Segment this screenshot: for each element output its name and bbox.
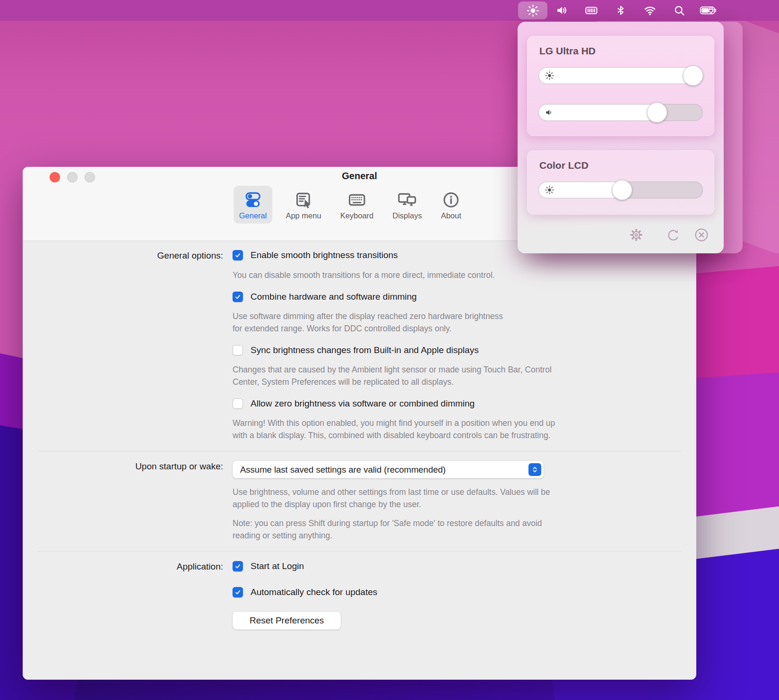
tab-label: Keyboard — [340, 211, 374, 220]
display-name: LG Ultra HD — [539, 45, 703, 57]
checkbox-label: Automatically check for updates — [251, 587, 377, 597]
tab-label: About — [441, 211, 461, 220]
slider-knob[interactable] — [647, 103, 667, 122]
wifi-menu-icon[interactable] — [635, 1, 665, 19]
volume-slider[interactable] — [538, 104, 703, 121]
brightness-slider[interactable] — [538, 67, 703, 84]
tab-label: Displays — [392, 211, 422, 220]
menu-bar — [0, 0, 779, 21]
checkbox-label: Start at Login — [251, 561, 304, 571]
section-label: Application: — [28, 561, 223, 572]
settings-content: General options: Enable smooth brightnes… — [23, 241, 696, 680]
checkbox-row: Combine hardware and software dimming — [233, 292, 691, 302]
displays-icon — [396, 190, 418, 210]
option-description: Use brightness, volume and other setting… — [233, 486, 691, 510]
tab-app-menu[interactable]: App menu — [280, 186, 327, 224]
dropdown-value: Assume last saved settings are valid (re… — [240, 465, 446, 475]
checkbox[interactable] — [233, 561, 243, 571]
speaker-icon — [556, 4, 568, 17]
tab-general[interactable]: General — [234, 186, 273, 224]
toolbar-tabs: General App m — [234, 186, 467, 224]
option-description: You can disable smooth transitions for a… — [233, 269, 691, 281]
app-menu-icon — [294, 190, 313, 210]
tab-label: App menu — [286, 211, 321, 220]
popover-actions — [518, 227, 724, 243]
battery-menu-icon[interactable] — [694, 1, 723, 19]
keyboard-icon — [346, 190, 367, 210]
sun-icon — [527, 4, 539, 17]
bluetooth-icon — [615, 4, 626, 17]
display-name: Color LCD — [539, 160, 703, 171]
brightness-popover: LG Ultra HD — [518, 22, 724, 253]
section-divider — [38, 551, 681, 552]
tab-keyboard[interactable]: Keyboard — [335, 186, 380, 224]
desktop: LG Ultra HD — [0, 0, 779, 700]
sun-icon — [545, 71, 554, 81]
checkbox-label: Combine hardware and software dimming — [251, 292, 417, 302]
checkbox-row: Automatically check for updates — [233, 587, 691, 597]
tab-label: General — [239, 211, 267, 220]
checkbox[interactable] — [233, 292, 243, 302]
reset-preferences-button[interactable]: Reset Preferences — [233, 612, 341, 630]
tab-about[interactable]: About — [435, 186, 467, 224]
checkbox-row: Sync brightness changes from Built-in an… — [233, 345, 691, 355]
option-description: Changes that are caused by the Ambient l… — [233, 363, 691, 388]
info-icon — [441, 190, 460, 210]
section-label: General options: — [28, 250, 223, 261]
close-icon[interactable] — [693, 227, 710, 243]
slider-fill — [538, 67, 703, 84]
startup-behavior-dropdown[interactable]: Assume last saved settings are valid (re… — [233, 461, 544, 478]
option-description: Warning! With this option enabled, you m… — [233, 417, 691, 441]
menu-bar-status-icons — [518, 0, 723, 21]
tab-displays[interactable]: Displays — [387, 186, 427, 224]
keyboard-brightness-icon — [585, 4, 598, 17]
option-note: Note: you can press Shift during startup… — [233, 517, 691, 542]
battery-charging-icon — [700, 4, 718, 17]
checkbox-label: Allow zero brightness via software or co… — [251, 398, 475, 409]
keyboard-brightness-menu-icon[interactable] — [577, 1, 606, 19]
sun-icon — [545, 185, 554, 195]
checkbox[interactable] — [233, 345, 243, 355]
search-icon — [674, 5, 685, 17]
bluetooth-menu-icon[interactable] — [606, 1, 635, 19]
chevron-up-down-icon — [528, 463, 541, 476]
slider-knob[interactable] — [612, 180, 632, 200]
brightness-menu-icon[interactable] — [518, 1, 547, 19]
checkbox-row: Start at Login — [233, 561, 691, 571]
checkbox[interactable] — [233, 250, 243, 260]
checkbox-label: Enable smooth brightness transitions — [251, 250, 398, 260]
display-card: Color LCD — [527, 150, 714, 215]
speaker-icon — [545, 108, 554, 117]
checkbox[interactable] — [233, 587, 243, 597]
settings-gear-icon[interactable] — [628, 227, 644, 243]
wifi-icon — [643, 4, 657, 17]
checkbox-label: Sync brightness changes from Built-in an… — [251, 345, 479, 355]
section-divider — [38, 451, 681, 451]
brightness-slider[interactable] — [538, 181, 703, 199]
refresh-icon[interactable] — [665, 227, 681, 243]
option-description: Use software dimming after the display r… — [233, 310, 691, 335]
volume-menu-icon[interactable] — [547, 1, 577, 19]
slider-knob[interactable] — [683, 66, 703, 86]
checkbox-row: Allow zero brightness via software or co… — [233, 398, 691, 409]
search-menu-icon[interactable] — [665, 1, 694, 19]
display-card: LG Ultra HD — [527, 36, 714, 136]
toggles-icon — [243, 190, 263, 210]
checkbox[interactable] — [233, 398, 243, 409]
section-label: Upon startup or wake: — [28, 461, 223, 472]
